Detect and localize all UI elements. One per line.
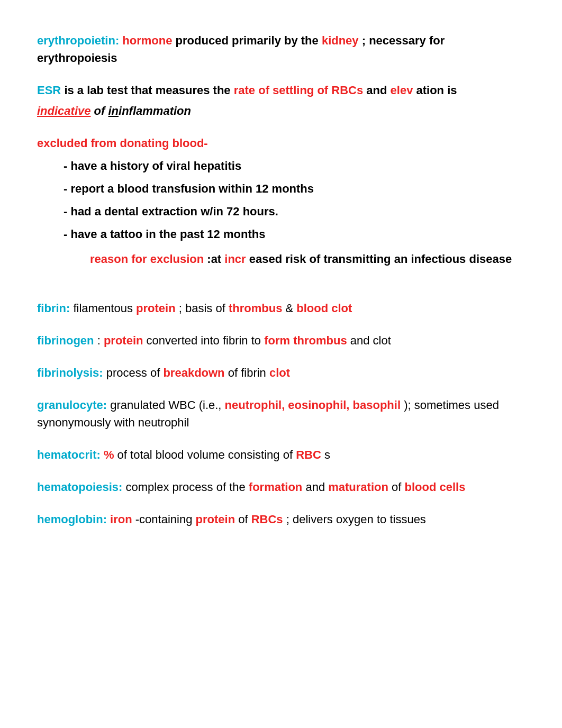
granulocyte-desc1: granulated WBC (i.e., — [110, 398, 224, 412]
fibrinolysis-breakdown: breakdown — [163, 366, 224, 379]
of-text: of — [94, 104, 108, 117]
hematopoiesis-desc1: complex process of the — [126, 480, 249, 494]
excluded-heading: excluded from donating blood- — [37, 134, 525, 152]
hematopoiesis-formation: formation — [249, 480, 302, 494]
fibrin-blood-clot: blood clot — [296, 302, 352, 315]
fibrinolysis-clot: clot — [269, 366, 290, 379]
fibrinogen-term: fibrinogen — [37, 334, 94, 347]
excluded-item1: - have a history of viral hepatitis — [37, 157, 525, 175]
erythropoietin-block: erythropoietin: hormone produced primari… — [37, 32, 525, 67]
fibrinogen-desc1: : — [97, 334, 104, 347]
granulocyte-types: neutrophil, eosinophil, basophil — [225, 398, 401, 412]
reason-line: reason for exclusion :at incr eased risk… — [37, 250, 525, 268]
esr-term: ESR — [37, 84, 61, 97]
excluded-item3: - had a dental extraction w/in 72 hours. — [37, 203, 525, 220]
hematocrit-block: hematocrit: % of total blood volume cons… — [37, 446, 525, 463]
excluded-item2: - report a blood transfusion within 12 m… — [37, 180, 525, 197]
kidney-word: kidney — [322, 34, 359, 47]
hemoglobin-desc2: of — [238, 513, 251, 526]
excluded-block: excluded from donating blood- - have a h… — [37, 134, 525, 268]
hemoglobin-iron: iron — [110, 513, 132, 526]
hematocrit-rbcs: RBC — [296, 448, 321, 461]
hematocrit-term: hematocrit: — [37, 448, 101, 461]
fibrinogen-desc2: converted into fibrin to — [147, 334, 265, 347]
hemoglobin-desc1: -containing — [135, 513, 196, 526]
hormone-word: hormone — [122, 34, 172, 47]
hematopoiesis-block: hematopoiesis: complex process of the fo… — [37, 478, 525, 496]
hemoglobin-line: hemoglobin: iron -containing protein of … — [37, 511, 525, 528]
granulocyte-term: granulocyte: — [37, 398, 107, 412]
fibrin-line: fibrin: filamentous protein ; basis of t… — [37, 299, 525, 317]
esr-desc1: is a lab test that measures the — [64, 84, 233, 97]
hematocrit-desc1: of total blood volume consisting of — [117, 448, 296, 461]
fibrinogen-form-thrombus: form thrombus — [264, 334, 347, 347]
fibrin-term: fibrin: — [37, 302, 70, 315]
hematopoiesis-line: hematopoiesis: complex process of the fo… — [37, 478, 525, 496]
esr-line2: indicative of ininflammation — [37, 102, 525, 120]
hematopoiesis-term: hematopoiesis: — [37, 480, 122, 494]
excluded-item4: - have a tattoo in the past 12 months — [37, 225, 525, 243]
hematopoiesis-desc2: and — [305, 480, 328, 494]
fibrinolysis-desc2: of fibrin — [228, 366, 269, 379]
incr-text: incr — [224, 252, 246, 266]
hemoglobin-term: hemoglobin: — [37, 513, 107, 526]
fibrinogen-desc3: and clot — [350, 334, 391, 347]
fibrin-desc2: ; basis of — [179, 302, 229, 315]
hematocrit-s: s — [324, 448, 330, 461]
erythropoietin-line: erythropoietin: hormone produced primari… — [37, 32, 525, 67]
hematopoiesis-maturation: maturation — [328, 480, 388, 494]
erythropoietin-desc1: produced primarily by the — [176, 34, 322, 47]
esr-desc3: ation is — [416, 84, 457, 97]
fibrin-block: fibrin: filamentous protein ; basis of t… — [37, 299, 525, 317]
fibrinolysis-term: fibrinolysis: — [37, 366, 103, 379]
granulocyte-line: granulocyte: granulated WBC (i.e., neutr… — [37, 396, 525, 431]
hemoglobin-rbcs: RBCs — [251, 513, 283, 526]
flammation-text: inflammation — [119, 104, 191, 117]
erythropoietin-term: erythropoietin: — [37, 34, 119, 47]
fibrinogen-protein: protein — [104, 334, 143, 347]
in-text: in — [108, 104, 119, 117]
hematocrit-percent: % — [104, 448, 114, 461]
elev-text: elev — [391, 84, 413, 97]
rate-text: rate of settling of RBCs — [234, 84, 363, 97]
fibrinolysis-line: fibrinolysis: process of breakdown of fi… — [37, 364, 525, 381]
hematopoiesis-desc3: of — [392, 480, 404, 494]
fibrinogen-line: fibrinogen : protein converted into fibr… — [37, 332, 525, 349]
indicative-text: indicative — [37, 104, 90, 117]
hemoglobin-desc3: ; delivers oxygen to tissues — [286, 513, 426, 526]
fibrin-thrombus: thrombus — [229, 302, 282, 315]
esr-line1: ESR is a lab test that measures the rate… — [37, 81, 525, 99]
fibrinolysis-block: fibrinolysis: process of breakdown of fi… — [37, 364, 525, 381]
esr-block: ESR is a lab test that measures the rate… — [37, 81, 525, 120]
reason-label: reason for exclusion — [90, 252, 204, 266]
hemoglobin-protein: protein — [196, 513, 235, 526]
excluded-heading-text: excluded from donating blood- — [37, 136, 208, 150]
granulocyte-block: granulocyte: granulated WBC (i.e., neutr… — [37, 396, 525, 431]
fibrin-desc1: filamentous — [73, 302, 136, 315]
hemoglobin-block: hemoglobin: iron -containing protein of … — [37, 511, 525, 528]
fibrin-desc3: & — [286, 302, 297, 315]
reason-text2: eased risk of transmitting an infectious… — [249, 252, 512, 266]
fibrinogen-block: fibrinogen : protein converted into fibr… — [37, 332, 525, 349]
hematocrit-line: hematocrit: % of total blood volume cons… — [37, 446, 525, 463]
fibrinolysis-desc1: process of — [106, 366, 164, 379]
esr-desc2: and — [366, 84, 390, 97]
fibrin-protein: protein — [136, 302, 176, 315]
reason-text1: :at — [207, 252, 224, 266]
hematopoiesis-blood-cells: blood cells — [405, 480, 466, 494]
